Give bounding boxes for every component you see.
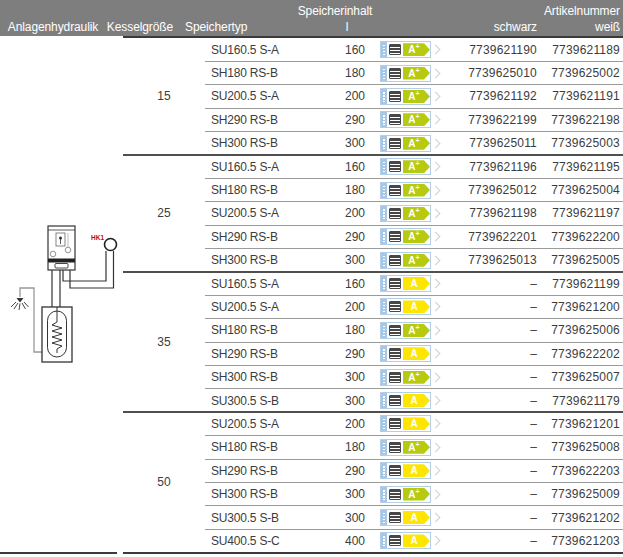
energy-efficiency-label: A	[380, 275, 431, 292]
speicherinhalt-cell: 200	[330, 89, 380, 103]
energy-cell: A+	[380, 111, 438, 128]
speichertyp-cell: SH290 RS-B	[205, 113, 330, 127]
artikelnummer-weiss-cell: 7739622198	[537, 113, 620, 127]
energy-label-side-band	[381, 393, 387, 408]
energy-efficiency-label: A	[380, 532, 431, 549]
energy-label-side-band	[381, 299, 387, 314]
storage-tank-icon	[387, 346, 403, 361]
hk1-label: HK1	[91, 234, 104, 241]
energy-efficiency-label: A	[380, 298, 431, 315]
energy-cell: A+	[380, 439, 438, 456]
storage-tank-icon	[387, 159, 403, 174]
speichertyp-cell: SU200.5 S-A	[205, 417, 330, 431]
energy-efficiency-label: A+	[380, 369, 431, 386]
energy-label-side-band	[381, 206, 387, 221]
artikelnummer-weiss-cell: 7739621197	[537, 206, 620, 220]
energy-label-side-band	[381, 159, 387, 174]
table-row: SU300.5 S-B300A–7739621202	[0, 506, 623, 529]
energy-class-arrow: A	[403, 347, 430, 360]
table-row: SU200.5 S-A200A+77396211927739621191	[0, 85, 623, 108]
bottom-border-left	[0, 552, 117, 554]
energy-label-side-band	[381, 346, 387, 361]
energy-cell: A+	[380, 88, 438, 105]
speicherinhalt-cell: 300	[330, 370, 380, 384]
energy-efficiency-label: A	[380, 415, 431, 432]
speicherinhalt-cell: 160	[330, 43, 380, 57]
artikelnummer-weiss-cell: 7739621179	[537, 394, 620, 408]
speicherinhalt-cell: 300	[330, 394, 380, 408]
energy-cell: A+	[380, 135, 438, 152]
speicherinhalt-cell: 300	[330, 511, 380, 525]
energy-efficiency-label: A+	[380, 135, 431, 152]
artikelnummer-schwarz-cell: 7739625010	[438, 66, 537, 80]
table-row: SU400.5 S-C400A–7739621203	[0, 529, 623, 552]
speichertyp-cell: SH180 RS-B	[205, 440, 330, 454]
energy-label-side-band	[381, 42, 387, 57]
energy-cell: A+	[380, 252, 438, 269]
energy-class-arrow: A+	[403, 160, 430, 173]
energy-class-arrow: A+	[403, 230, 430, 243]
energy-cell: A	[380, 345, 438, 362]
speicherinhalt-cell: 400	[330, 534, 380, 548]
artikelnummer-schwarz-cell: –	[438, 347, 537, 361]
energy-class-arrow: A	[403, 277, 430, 290]
speichertyp-cell: SH180 RS-B	[205, 323, 330, 337]
speichertyp-cell: SU200.5 S-A	[205, 89, 330, 103]
artikelnummer-weiss-cell: 7739625009	[537, 487, 620, 501]
table-row: SH300 RS-B300A+–7739625009	[0, 482, 623, 505]
energy-efficiency-label: A+	[380, 486, 431, 503]
speicherinhalt-cell: 180	[330, 66, 380, 80]
artikelnummer-schwarz-cell: 7739622201	[438, 230, 537, 244]
artikelnummer-weiss-cell: 7739625005	[537, 253, 620, 267]
artikelnummer-schwarz-cell: 7739625012	[438, 183, 537, 197]
table-row: SH290 RS-B290A+77396221997739622198	[0, 108, 623, 131]
energy-label-side-band	[381, 323, 387, 338]
header-artikelnummer: Artikelnummer	[544, 4, 620, 18]
energy-efficiency-label: A	[380, 509, 431, 526]
energy-efficiency-label: A	[380, 462, 431, 479]
storage-tank-icon	[387, 393, 403, 408]
storage-tank-icon	[387, 112, 403, 127]
artikelnummer-weiss-cell: 7739621200	[537, 300, 620, 314]
energy-efficiency-label: A+	[380, 158, 431, 175]
speicherinhalt-cell: 160	[330, 277, 380, 291]
speichertyp-cell: SH290 RS-B	[205, 464, 330, 478]
energy-cell: A	[380, 462, 438, 479]
table-row: SH180 RS-B180A+–7739625008	[0, 436, 623, 459]
energy-efficiency-label: A+	[380, 228, 431, 245]
header-weiss: weiß	[595, 20, 620, 34]
energy-cell: A	[380, 392, 438, 409]
energy-cell: A+	[380, 182, 438, 199]
boiler-symbol	[48, 226, 75, 270]
energy-cell: A	[380, 509, 438, 526]
energy-class-arrow: A+	[403, 90, 430, 103]
speicherinhalt-cell: 290	[330, 347, 380, 361]
speicherinhalt-cell: 200	[330, 206, 380, 220]
energy-label-side-band	[381, 533, 387, 548]
energy-class-arrow: A+	[403, 184, 430, 197]
storage-tank-icon	[387, 510, 403, 525]
energy-label-side-band	[381, 463, 387, 478]
energy-class-arrow: A+	[403, 43, 430, 56]
energy-class-arrow: A	[403, 394, 430, 407]
energy-class-arrow: A+	[403, 113, 430, 126]
artikelnummer-weiss-cell: 7739621201	[537, 417, 620, 431]
header-kesselgroesse: Kesselgröße	[107, 20, 173, 34]
shower-icon	[11, 298, 29, 310]
energy-cell: A+	[380, 65, 438, 82]
energy-class-arrow: A+	[403, 441, 430, 454]
artikelnummer-schwarz-cell: 7739621198	[438, 206, 537, 220]
artikelnummer-schwarz-cell: 7739621190	[438, 43, 537, 57]
storage-tank-icon	[387, 136, 403, 151]
table-row: SH180 RS-B180A+77396250127739625004	[0, 178, 623, 201]
energy-class-arrow: A	[403, 511, 430, 524]
energy-efficiency-label: A+	[380, 88, 431, 105]
artikelnummer-weiss-cell: 7739625002	[537, 66, 620, 80]
table-row: SU200.5 S-A200A–7739621201	[0, 412, 623, 435]
speicherinhalt-cell: 180	[330, 440, 380, 454]
energy-efficiency-label: A	[380, 392, 431, 409]
energy-efficiency-label: A+	[380, 439, 431, 456]
energy-cell: A	[380, 298, 438, 315]
artikelnummer-weiss-cell: 7739621203	[537, 534, 620, 548]
artikelnummer-schwarz-cell: –	[438, 300, 537, 314]
